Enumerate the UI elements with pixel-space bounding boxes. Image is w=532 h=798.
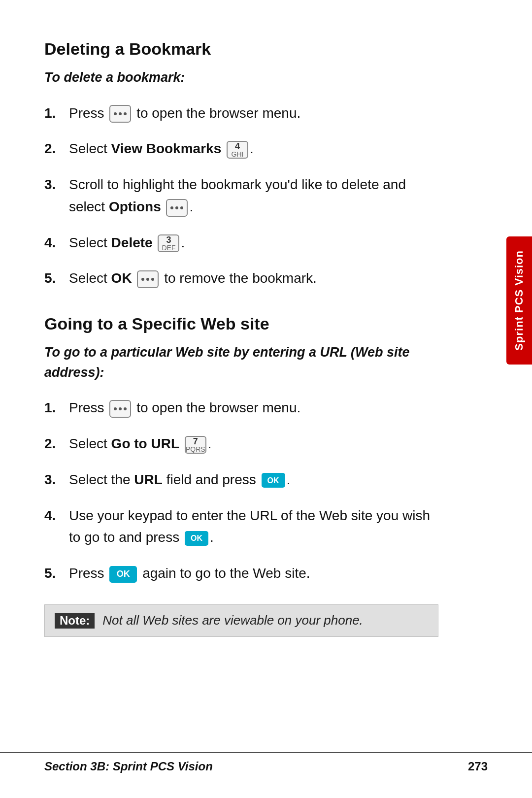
section-heading-goto: Going to a Specific Web site bbox=[44, 314, 438, 333]
step-number: 2. bbox=[44, 433, 69, 455]
section-heading-delete: Deleting a Bookmark bbox=[44, 39, 438, 59]
step-content: Press to open the browser menu. bbox=[69, 397, 438, 419]
key7-icon: 7PQRS bbox=[185, 436, 206, 454]
intro-delete: To delete a bookmark: bbox=[44, 67, 438, 88]
step-content: Press OK again to go to the Web site. bbox=[69, 563, 438, 585]
step-number: 5. bbox=[44, 563, 69, 585]
list-item: 5. Select OK to remove the bookmark. bbox=[44, 267, 438, 290]
sidebar-tab: Sprint PCS Vision bbox=[506, 236, 532, 365]
ok-button-icon-2: OK bbox=[185, 531, 208, 546]
step-content: Select View Bookmarks 4GHI . bbox=[69, 138, 438, 160]
intro-goto: To go to a particular Web site by enteri… bbox=[44, 342, 438, 382]
key3-icon: 3DEF bbox=[158, 234, 179, 252]
note-label: Note: bbox=[55, 613, 95, 629]
step-number: 1. bbox=[44, 397, 69, 419]
list-item: 4. Select Delete 3DEF . bbox=[44, 232, 438, 254]
step-content: Scroll to highlight the bookmark you'd l… bbox=[69, 174, 438, 218]
ok-button-icon-3: OK bbox=[109, 566, 137, 583]
step-content: Select Delete 3DEF . bbox=[69, 232, 438, 254]
ok-menu-icon bbox=[137, 270, 159, 288]
step-number: 3. bbox=[44, 469, 69, 491]
step-number: 3. bbox=[44, 174, 69, 196]
step-content: Select OK to remove the bookmark. bbox=[69, 267, 438, 290]
step-number: 2. bbox=[44, 138, 69, 160]
sidebar-tab-label: Sprint PCS Vision bbox=[512, 250, 527, 351]
page-footer: Section 3B: Sprint PCS Vision 273 bbox=[0, 752, 532, 773]
step-content: Use your keypad to enter the URL of the … bbox=[69, 505, 438, 549]
list-item: 1. Press to open the browser menu. bbox=[44, 397, 438, 419]
footer-page-number: 273 bbox=[468, 760, 488, 773]
list-item: 2. Select Go to URL 7PQRS . bbox=[44, 433, 438, 455]
note-box: Note: Not all Web sites are viewable on … bbox=[44, 604, 438, 637]
step-content: Select the URL field and press OK. bbox=[69, 469, 438, 491]
menu-options-icon bbox=[166, 199, 188, 217]
step-number: 5. bbox=[44, 267, 69, 290]
step-number: 1. bbox=[44, 102, 69, 125]
list-item: 4. Use your keypad to enter the URL of t… bbox=[44, 505, 438, 549]
note-text: Not all Web sites are viewable on your p… bbox=[102, 613, 363, 628]
step-content: Press to open the browser menu. bbox=[69, 102, 438, 125]
list-item: 5. Press OK again to go to the Web site. bbox=[44, 563, 438, 585]
menu-icon-2 bbox=[109, 400, 131, 418]
menu-icon bbox=[109, 105, 131, 123]
list-item: 3. Select the URL field and press OK. bbox=[44, 469, 438, 491]
list-item: 2. Select View Bookmarks 4GHI . bbox=[44, 138, 438, 160]
ok-button-icon-1: OK bbox=[262, 473, 285, 488]
page-content: Deleting a Bookmark To delete a bookmark… bbox=[0, 0, 483, 676]
step-number: 4. bbox=[44, 232, 69, 254]
steps-list-goto: 1. Press to open the browser menu. 2. Se… bbox=[44, 397, 438, 585]
key4-icon: 4GHI bbox=[227, 141, 248, 159]
step-number: 4. bbox=[44, 505, 69, 527]
step-content: Select Go to URL 7PQRS . bbox=[69, 433, 438, 455]
footer-section-label: Section 3B: Sprint PCS Vision bbox=[44, 760, 213, 773]
steps-list-delete: 1. Press to open the browser menu. 2. Se… bbox=[44, 102, 438, 290]
list-item: 3. Scroll to highlight the bookmark you'… bbox=[44, 174, 438, 218]
list-item: 1. Press to open the browser menu. bbox=[44, 102, 438, 125]
